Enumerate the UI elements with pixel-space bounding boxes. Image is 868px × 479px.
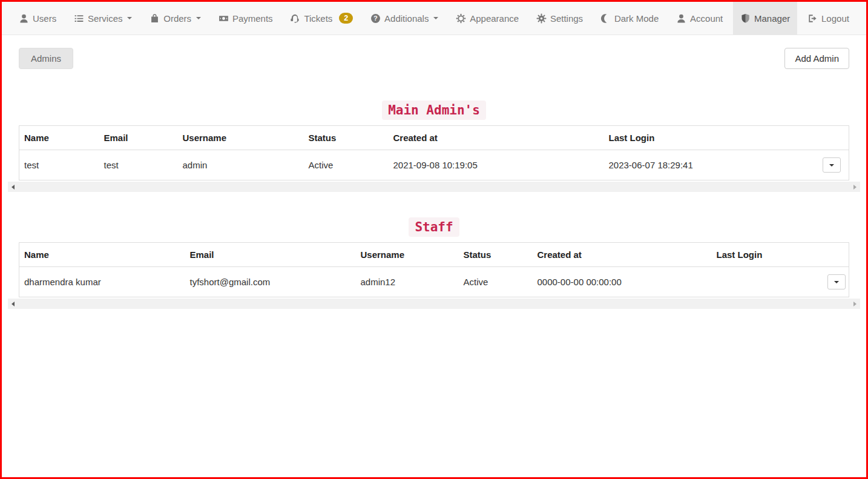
col-header-last-login: Last Login: [604, 126, 817, 150]
col-header-created-at: Created at: [533, 243, 712, 267]
headset-icon: [290, 13, 300, 24]
col-header-last-login: Last Login: [712, 243, 823, 267]
cell-status: Active: [304, 150, 389, 180]
nav-label: Manager: [754, 13, 790, 24]
nav-label: Services: [88, 13, 123, 24]
col-header-status: Status: [459, 243, 533, 267]
horizontal-scrollbar[interactable]: [8, 299, 860, 309]
nav-item-payments[interactable]: Payments: [211, 2, 280, 35]
caret-down-icon: [127, 17, 132, 19]
staff-table: Name Email Username Status Created at La…: [19, 242, 849, 297]
col-header-created-at: Created at: [389, 126, 604, 150]
nav-label: Settings: [550, 13, 583, 24]
nav-label: Tickets: [304, 13, 332, 24]
cell-name: test: [19, 150, 99, 180]
nav-item-users[interactable]: Users: [12, 2, 64, 35]
nav-item-logout[interactable]: Logout: [800, 2, 856, 35]
table-header-row: Name Email Username Status Created at La…: [19, 243, 849, 267]
nav-item-additionals[interactable]: ? Additionals: [363, 2, 446, 35]
add-admin-button[interactable]: Add Admin: [784, 48, 849, 69]
col-header-username: Username: [178, 126, 304, 150]
nav-item-account[interactable]: Account: [669, 2, 730, 35]
nav-label: Account: [690, 13, 723, 24]
main-admins-heading: Main Admin's: [382, 101, 486, 120]
tickets-count-badge: 2: [339, 13, 353, 24]
cell-last-login: [712, 267, 823, 297]
staff-heading-wrap: Staff: [19, 217, 849, 237]
table-row: dharmendra kumar tyfshort@gmail.com admi…: [19, 267, 849, 297]
col-header-actions: [823, 243, 849, 267]
nav-item-tickets[interactable]: Tickets 2: [283, 2, 360, 35]
scroll-left-arrow-icon[interactable]: [12, 302, 15, 306]
cell-status: Active: [459, 267, 533, 297]
scroll-left-arrow-icon[interactable]: [12, 185, 15, 190]
appearance-gear-icon: [456, 13, 466, 24]
nav-label: Dark Mode: [614, 13, 659, 24]
col-header-status: Status: [304, 126, 389, 150]
cell-username: admin12: [356, 267, 459, 297]
toolbar: Admins Add Admin: [19, 48, 849, 69]
row-actions-dropdown-button[interactable]: [823, 157, 841, 173]
col-header-email: Email: [99, 126, 178, 150]
shield-icon: [740, 13, 751, 24]
nav-label: Appearance: [470, 13, 519, 24]
nav-item-settings[interactable]: Settings: [529, 2, 590, 35]
nav-label: Additionals: [384, 13, 429, 24]
cell-last-login: 2023-06-07 18:29:41: [604, 150, 817, 180]
col-header-name: Name: [19, 243, 185, 267]
main-admins-heading-wrap: Main Admin's: [19, 101, 849, 120]
gear-icon: [536, 13, 547, 24]
col-header-actions: [817, 126, 849, 150]
col-header-name: Name: [19, 126, 99, 150]
top-navbar: Users Services Orders Payments Tickets 2…: [2, 2, 866, 35]
user-icon: [676, 13, 686, 24]
main-admins-table: Name Email Username Status Created at La…: [19, 125, 849, 180]
nav-label: Logout: [821, 13, 849, 24]
row-actions-dropdown-button[interactable]: [827, 274, 846, 289]
cell-name: dharmendra kumar: [19, 267, 185, 297]
col-header-email: Email: [185, 243, 356, 267]
nav-item-manager[interactable]: Manager: [733, 2, 797, 35]
nav-item-services[interactable]: Services: [67, 2, 140, 35]
caret-down-icon: [433, 17, 438, 19]
cell-email: test: [99, 150, 178, 180]
user-icon: [19, 13, 29, 24]
table-row: test test admin Active 2021-09-08 10:19:…: [19, 150, 849, 180]
scroll-right-arrow-icon[interactable]: [853, 302, 856, 306]
cell-actions: [817, 150, 849, 180]
scroll-right-arrow-icon[interactable]: [853, 185, 856, 190]
caret-down-icon: [196, 17, 201, 19]
admins-button[interactable]: Admins: [19, 48, 73, 69]
main-content: Admins Add Admin Main Admin's Name Email…: [2, 48, 866, 309]
logout-icon: [807, 13, 818, 24]
cell-username: admin: [178, 150, 304, 180]
nav-label: Orders: [163, 13, 191, 24]
horizontal-scrollbar[interactable]: [8, 182, 860, 192]
col-header-username: Username: [356, 243, 459, 267]
table-header-row: Name Email Username Status Created at La…: [19, 126, 849, 150]
nav-item-appearance[interactable]: Appearance: [449, 2, 526, 35]
nav-label: Users: [33, 13, 56, 24]
cell-email: tyfshort@gmail.com: [185, 267, 356, 297]
staff-heading: Staff: [409, 217, 459, 237]
nav-label: Payments: [232, 13, 273, 24]
svg-text:?: ?: [373, 15, 378, 22]
moon-icon: [600, 13, 611, 24]
bag-icon: [150, 13, 160, 24]
nav-item-dark-mode[interactable]: Dark Mode: [593, 2, 666, 35]
question-icon: ?: [370, 13, 381, 24]
cell-created-at: 0000-00-00 00:00:00: [533, 267, 712, 297]
caret-down-icon: [834, 281, 839, 283]
nav-item-orders[interactable]: Orders: [142, 2, 208, 35]
cell-actions: [823, 267, 849, 297]
money-icon: [219, 13, 229, 24]
caret-down-icon: [829, 164, 834, 167]
list-icon: [74, 13, 84, 24]
cell-created-at: 2021-09-08 10:19:05: [389, 150, 604, 180]
